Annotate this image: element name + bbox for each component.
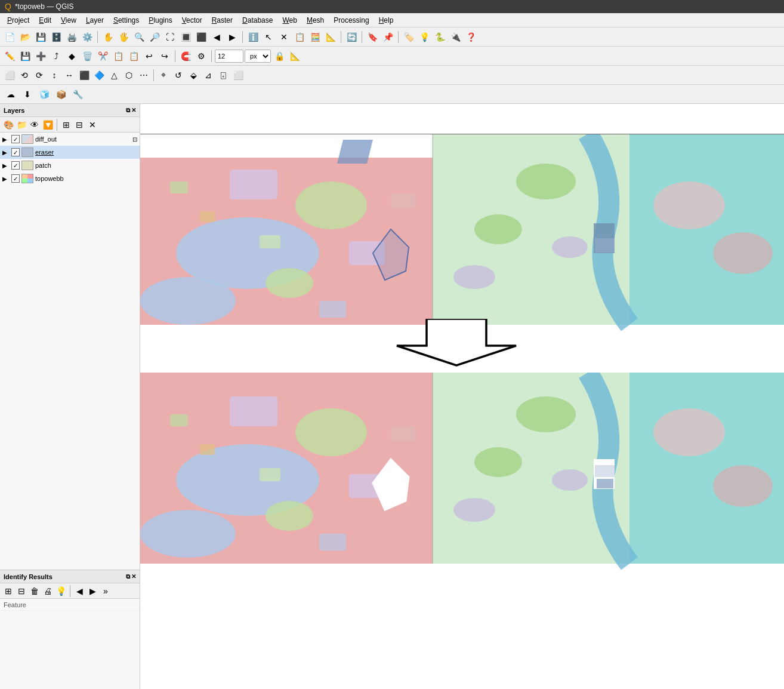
menu-project[interactable]: Project (2, 15, 34, 26)
adv-dig-btn7[interactable]: 🔷 (92, 68, 106, 82)
manage-map-themes-btn[interactable]: 👁 (29, 119, 41, 131)
snapping-btn[interactable]: 🧲 (178, 49, 193, 63)
identify-btn[interactable]: ℹ️ (246, 30, 260, 44)
plugin-btn[interactable]: 🔌 (448, 30, 462, 44)
menu-layer[interactable]: Layer (81, 15, 109, 26)
identify-clear-btn[interactable]: 🗑 (29, 585, 41, 597)
adv-fill-btn[interactable]: ⬜ (231, 68, 245, 82)
layer-options-diff-out[interactable]: ⊡ (132, 136, 137, 143)
menu-processing[interactable]: Processing (329, 15, 374, 26)
collapse-all-btn[interactable]: ⊟ (73, 119, 85, 131)
pan-btn[interactable]: ✋ (101, 30, 115, 44)
panel-close-icon[interactable]: ✕ (131, 107, 136, 114)
adv-dig-btn6[interactable]: ⬛ (77, 68, 91, 82)
menu-help[interactable]: Help (374, 15, 399, 26)
adv-dig-btn5[interactable]: ↔ (62, 68, 76, 82)
adv-scale-btn[interactable]: ⬙ (186, 68, 200, 82)
expand-all-btn[interactable]: ⊞ (60, 119, 72, 131)
adv-dig-btn8[interactable]: △ (107, 68, 121, 82)
identify-print-btn[interactable]: 🖨 (42, 585, 54, 597)
tools-btn[interactable]: 🔧 (70, 87, 85, 101)
menu-view[interactable]: View (56, 15, 81, 26)
menu-plugins[interactable]: Plugins (144, 15, 177, 26)
map-area[interactable] (140, 104, 784, 689)
label-btn[interactable]: 🏷️ (402, 30, 416, 44)
add-group-btn[interactable]: 📁 (16, 119, 27, 131)
zoom-full-btn[interactable]: ⛶ (163, 30, 177, 44)
menu-settings[interactable]: Settings (109, 15, 144, 26)
remove-layer-btn[interactable]: ✕ (87, 119, 98, 131)
new-project-btn[interactable]: 📄 (2, 30, 17, 44)
refresh-btn[interactable]: 🔄 (344, 30, 359, 44)
menu-edit[interactable]: Edit (34, 15, 56, 26)
cut-features-btn[interactable]: ✂️ (95, 49, 110, 63)
node-tool-btn[interactable]: ◆ (64, 49, 79, 63)
digitize-lock-btn[interactable]: 🔒 (272, 49, 286, 63)
zoom-next-btn[interactable]: ▶ (225, 30, 239, 44)
print-btn[interactable]: 🖨️ (64, 30, 79, 44)
adv-dig-btn9[interactable]: ⬡ (122, 68, 136, 82)
line-unit-select[interactable]: px (245, 50, 271, 63)
zoom-in-btn[interactable]: 🔍 (132, 30, 146, 44)
undo-btn[interactable]: ↩ (142, 49, 156, 63)
layer-checkbox-eraser[interactable]: ✓ (11, 148, 20, 156)
show-tips-btn[interactable]: 💡 (417, 30, 431, 44)
adv-split-btn[interactable]: ⌺ (216, 68, 230, 82)
identify-expand-btn[interactable]: ⊞ (2, 585, 14, 597)
paste-features-btn[interactable]: 📋 (126, 49, 141, 63)
snap-config-btn[interactable]: ⚙ (194, 49, 208, 63)
menu-database[interactable]: Database (237, 15, 277, 26)
python-btn[interactable]: 🐍 (433, 30, 447, 44)
save-btn[interactable]: 💾 (33, 30, 48, 44)
deselect-btn[interactable]: ✕ (277, 30, 291, 44)
digitize-angle-btn[interactable]: 📐 (288, 49, 302, 63)
cloud-download-btn[interactable]: ⬇ (20, 87, 35, 101)
open-btn[interactable]: 📂 (18, 30, 32, 44)
settings-btn[interactable]: ⚙️ (80, 30, 94, 44)
layer-checkbox-topowebb[interactable]: ✓ (11, 174, 20, 183)
menu-mesh[interactable]: Mesh (302, 15, 329, 26)
select-btn[interactable]: ↖ (261, 30, 276, 44)
layer-item-patch[interactable]: ▶ ✓ patch (0, 159, 140, 172)
measure-btn[interactable]: 📐 (323, 30, 338, 44)
layer-item-eraser[interactable]: ▶ ✓ eraser (0, 146, 140, 159)
attribute-table-btn[interactable]: 📋 (292, 30, 307, 44)
toggle-edit-btn[interactable]: ✏️ (2, 49, 17, 63)
redo-btn[interactable]: ↪ (158, 49, 172, 63)
filter-layer-btn[interactable]: 🔽 (42, 119, 54, 131)
zoom-layer-btn[interactable]: 🔳 (178, 30, 193, 44)
help-btn[interactable]: ❓ (464, 30, 478, 44)
zoom-prev-btn[interactable]: ◀ (209, 30, 224, 44)
adv-dig-btn1[interactable]: ⬜ (2, 68, 17, 82)
identify-highlight-btn[interactable]: 💡 (55, 585, 67, 597)
open-field-calc-btn[interactable]: 🧮 (308, 30, 322, 44)
open-layer-styling-btn[interactable]: 🎨 (2, 119, 14, 131)
cloud-upload-btn[interactable]: ☁ (4, 87, 18, 101)
spatial-bookmark-btn[interactable]: 🔖 (365, 30, 379, 44)
identify-prev-btn[interactable]: ◀ (73, 585, 85, 597)
adv-dig-btn4[interactable]: ↕ (47, 68, 61, 82)
layer-expand-patch[interactable]: ▶ (2, 162, 10, 169)
adv-offset-btn[interactable]: ⌖ (156, 68, 171, 82)
add-3d-btn[interactable]: 🧊 (37, 87, 51, 101)
identify-float-icon[interactable]: ⧉ (126, 573, 130, 580)
layer-item-diff-out[interactable]: ▶ ✓ diff_out ⊡ (0, 133, 140, 146)
zoom-select-btn[interactable]: ⬛ (194, 30, 208, 44)
menu-vector[interactable]: Vector (177, 15, 207, 26)
new-spatial-bookmark-btn[interactable]: 📌 (381, 30, 395, 44)
line-width-input[interactable]: 12 (215, 50, 243, 63)
panel-float-icon[interactable]: ⧉ (126, 107, 130, 114)
zoom-out-btn[interactable]: 🔎 (147, 30, 162, 44)
save-as-btn[interactable]: 🗄️ (49, 30, 63, 44)
layer-checkbox-patch[interactable]: ✓ (11, 161, 20, 170)
identify-close-icon[interactable]: ✕ (131, 573, 136, 580)
identify-collapse-btn[interactable]: ⊟ (16, 585, 27, 597)
adv-reshape-btn[interactable]: ⊿ (201, 68, 215, 82)
delete-selected-btn[interactable]: 🗑️ (80, 49, 94, 63)
identify-more-btn[interactable]: » (100, 585, 112, 597)
move-feature-btn[interactable]: ⤴ (49, 49, 63, 63)
save-edit-btn[interactable]: 💾 (18, 49, 32, 63)
remove-3d-btn[interactable]: 📦 (54, 87, 68, 101)
add-feature-btn[interactable]: ➕ (33, 49, 48, 63)
layer-expand-diff-out[interactable]: ▶ (2, 136, 10, 143)
